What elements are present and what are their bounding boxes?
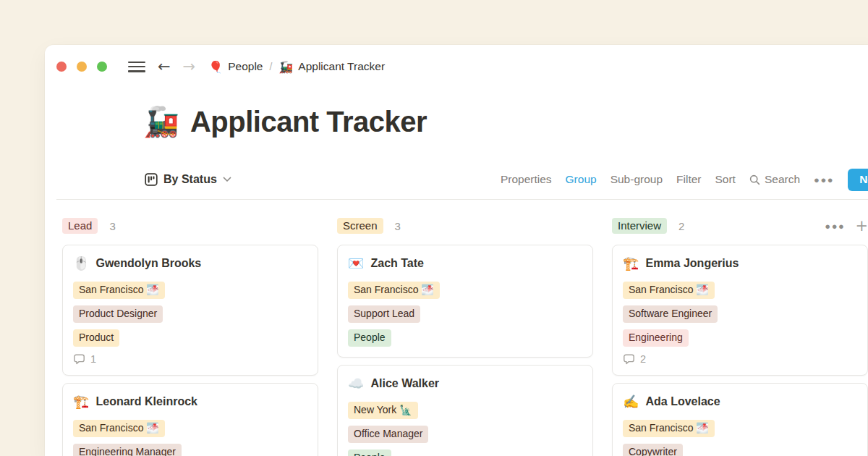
traffic-light-close[interactable] — [56, 62, 67, 72]
breadcrumb-item-people[interactable]: 🎈 People — [208, 60, 263, 74]
search-icon — [749, 174, 760, 185]
toolbar-menu-filter[interactable]: Filter — [676, 173, 701, 186]
breadcrumb-separator: / — [269, 61, 272, 72]
chevron-down-icon — [223, 177, 231, 182]
card-zach-tate[interactable]: 💌Zach TateSan Francisco 🌁Support LeadPeo… — [337, 245, 593, 358]
card-tag: Copywriter — [623, 444, 683, 456]
card-tag: New York 🗽 — [348, 402, 418, 419]
card-name: Leonard Kleinrock — [95, 394, 197, 410]
column-header-screen: Screen3 — [337, 217, 593, 235]
card-tag: San Francisco 🌁 — [73, 420, 165, 437]
card-tag: People — [348, 449, 391, 456]
new-button[interactable]: New — [848, 169, 868, 191]
breadcrumb-label: People — [228, 60, 263, 73]
card-emoji-icon: ☁️ — [348, 376, 364, 392]
card-emoji-icon: 🏗️ — [73, 394, 89, 410]
card-tag: San Francisco 🌁 — [348, 282, 440, 299]
column-cards: 🖱️Gwendolyn BrooksSan Francisco 🌁Product… — [62, 245, 318, 456]
card-emoji-icon: 🖱️ — [73, 256, 89, 271]
toolbar-menu-group[interactable]: Group — [566, 173, 597, 186]
traffic-light-minimize[interactable] — [77, 62, 87, 72]
column-more-icon[interactable]: ●●● — [825, 221, 845, 232]
column-count: 3 — [109, 220, 115, 232]
card-title-row: 💌Zach Tate — [348, 256, 582, 271]
card-emoji-icon: 🏗️ — [623, 256, 639, 271]
column-interview: Interview2●●●+🏗️Emma JongeriusSan Franci… — [612, 217, 868, 456]
card-title-row: ☁️Alice Walker — [348, 376, 582, 392]
column-status-badge[interactable]: Interview — [612, 218, 667, 234]
search-button[interactable]: Search — [749, 173, 800, 186]
toolbar-menu: PropertiesGroupSub-groupFilterSort — [501, 173, 736, 186]
page-title-row: 🚂 Applicant Tracker — [143, 104, 427, 139]
card-name: Gwendolyn Brooks — [95, 256, 201, 271]
titlebar: ← → 🎈 People / 🚂 Applicant Tracker — [56, 57, 868, 76]
board-view-icon — [145, 173, 158, 186]
card-leonard-kleinrock[interactable]: 🏗️Leonard KleinrockSan Francisco 🌁Engine… — [62, 383, 318, 456]
card-name: Zach Tate — [370, 256, 424, 271]
balloon-icon: 🎈 — [208, 60, 223, 74]
column-lead: Lead3🖱️Gwendolyn BrooksSan Francisco 🌁Pr… — [62, 217, 318, 456]
page-title: Applicant Tracker — [190, 106, 427, 138]
card-name: Emma Jongerius — [645, 256, 739, 271]
breadcrumb-label: Applicant Tracker — [298, 60, 385, 73]
column-count: 3 — [395, 220, 401, 232]
locomotive-icon: 🚂 — [143, 104, 179, 139]
comment-count-value: 1 — [90, 353, 96, 365]
comment-bubble-icon — [73, 353, 85, 365]
notion-window: ← → 🎈 People / 🚂 Applicant Tracker 🚂 App… — [45, 45, 868, 456]
traffic-light-zoom[interactable] — [97, 62, 107, 72]
card-emoji-icon: ✍️ — [623, 394, 639, 410]
card-tag: Product Designer — [73, 305, 163, 323]
back-arrow-icon[interactable]: ← — [158, 58, 171, 75]
card-tag: San Francisco 🌁 — [623, 282, 715, 299]
card-tag: Software Engineer — [623, 305, 718, 323]
view-switcher-by-status[interactable]: By Status — [145, 173, 231, 186]
card-title-row: ✍️Ada Lovelace — [623, 394, 857, 410]
card-emma-jongerius[interactable]: 🏗️Emma JongeriusSan Francisco 🌁Software … — [612, 245, 868, 376]
card-name: Ada Lovelace — [645, 394, 720, 410]
locomotive-icon: 🚂 — [278, 60, 293, 74]
more-options-icon[interactable]: ●●● — [814, 174, 834, 185]
card-gwendolyn-brooks[interactable]: 🖱️Gwendolyn BrooksSan Francisco 🌁Product… — [62, 245, 318, 376]
card-tag: Office Manager — [348, 426, 428, 443]
card-title-row: 🖱️Gwendolyn Brooks — [73, 256, 307, 271]
toolbar-divider — [56, 199, 868, 200]
breadcrumb-item-applicant-tracker[interactable]: 🚂 Applicant Tracker — [278, 60, 385, 74]
column-screen: Screen3💌Zach TateSan Francisco 🌁Support … — [337, 217, 593, 456]
column-header-lead: Lead3 — [62, 217, 318, 235]
view-switcher-label: By Status — [163, 173, 217, 186]
add-card-icon[interactable]: + — [855, 219, 868, 233]
toolbar-right: PropertiesGroupSub-groupFilterSort Searc… — [501, 169, 868, 191]
toolbar-menu-sort[interactable]: Sort — [715, 173, 736, 186]
column-status-badge[interactable]: Screen — [337, 218, 383, 234]
card-tag: People — [348, 329, 391, 347]
comment-count: 1 — [73, 353, 307, 365]
card-tag: Engineering — [623, 329, 689, 347]
forward-arrow-icon[interactable]: → — [183, 58, 196, 75]
card-tag: Engineering Manager — [73, 444, 182, 456]
column-count: 2 — [678, 220, 684, 232]
card-name: Alice Walker — [370, 376, 439, 392]
card-title-row: 🏗️Emma Jongerius — [623, 256, 857, 271]
sidebar-menu-icon[interactable] — [128, 62, 145, 72]
card-ada-lovelace[interactable]: ✍️Ada LovelaceSan Francisco 🌁Copywriter — [612, 383, 868, 456]
card-tag: Product — [73, 329, 119, 347]
breadcrumb: 🎈 People / 🚂 Applicant Tracker — [208, 60, 385, 74]
card-emoji-icon: 💌 — [348, 256, 364, 271]
toolbar-menu-properties[interactable]: Properties — [501, 173, 552, 186]
column-actions: ●●●+ — [825, 219, 868, 233]
toolbar-menu-sub-group[interactable]: Sub-group — [610, 173, 663, 186]
column-cards: 💌Zach TateSan Francisco 🌁Support LeadPeo… — [337, 245, 593, 456]
card-tag: San Francisco 🌁 — [623, 420, 715, 437]
column-status-badge[interactable]: Lead — [62, 218, 98, 234]
card-tag: San Francisco 🌁 — [73, 282, 165, 299]
board: Lead3🖱️Gwendolyn BrooksSan Francisco 🌁Pr… — [62, 217, 868, 456]
view-toolbar: By Status PropertiesGroupSub-groupFilter… — [145, 167, 868, 192]
search-label: Search — [765, 173, 800, 186]
column-header-interview: Interview2●●●+ — [612, 217, 868, 235]
card-title-row: 🏗️Leonard Kleinrock — [73, 394, 307, 410]
card-alice-walker[interactable]: ☁️Alice WalkerNew York 🗽Office ManagerPe… — [337, 365, 593, 456]
comment-count: 2 — [623, 353, 857, 365]
card-tag: Support Lead — [348, 305, 420, 323]
comment-bubble-icon — [623, 353, 635, 365]
